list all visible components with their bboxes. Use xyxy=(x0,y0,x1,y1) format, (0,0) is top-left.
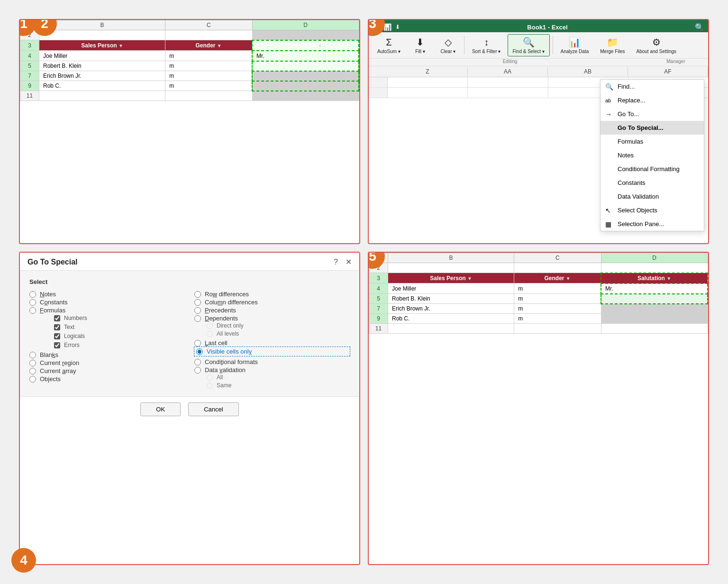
close-icon[interactable]: ✕ xyxy=(346,257,352,266)
selection-pane-label: Selection Pane... xyxy=(618,220,664,228)
cond-formatting-menu-item[interactable]: Conditional Formatting xyxy=(601,162,704,176)
table-row: 7 Erich Brown Jr.m xyxy=(369,304,708,314)
find-menu-label: Find... xyxy=(618,83,635,90)
col-ab[interactable]: AB xyxy=(548,67,628,76)
replace-icon: ab xyxy=(605,98,611,103)
help-icon[interactable]: ? xyxy=(334,258,338,266)
last-cell-option[interactable]: Last cell xyxy=(194,339,350,347)
constants-option[interactable]: Constants xyxy=(29,298,185,306)
ok-button[interactable]: OK xyxy=(140,402,181,416)
spreadsheet-5: B C D 2 3 Sales Person ▼ Gender ▼ Saluta… xyxy=(369,253,708,334)
formulas-option[interactable]: Formulas xyxy=(29,306,185,314)
table-row: 2 xyxy=(369,263,708,273)
blanks-option[interactable]: Blanks xyxy=(29,351,185,359)
dialog-footer: OK Cancel xyxy=(20,396,359,422)
table-row: 5 Robert B. Kleinm xyxy=(369,294,708,304)
col-c-5[interactable]: C xyxy=(514,253,601,263)
notes-label: Notes xyxy=(618,152,634,159)
analyze-label: Analyze Data xyxy=(561,49,589,54)
col-d[interactable]: D xyxy=(252,20,359,30)
errors-checkbox[interactable]: Errors xyxy=(42,341,185,349)
current-region-option[interactable]: Current region xyxy=(29,359,185,367)
constants-menu-item[interactable]: Constants xyxy=(601,176,704,190)
same-option[interactable]: Same xyxy=(207,382,350,389)
logicals-checkbox[interactable]: Logicals xyxy=(42,332,185,340)
autosum-icon: Σ xyxy=(386,37,391,48)
constants-label: Constants xyxy=(40,299,68,306)
goto-menu-item[interactable]: → Go To... xyxy=(601,107,704,121)
find-select-button[interactable]: 🔍 Find & Select ▾ xyxy=(508,34,550,56)
panel-3: 3 ✱ 📊 ⬇ Book1 - Excel 🔍 Σ AutoSum ▾ ⬇ Fi… xyxy=(368,19,709,244)
direct-only-option[interactable]: Direct only xyxy=(207,322,350,329)
col-aa[interactable]: AA xyxy=(468,67,548,76)
ribbon-buttons: Σ AutoSum ▾ ⬇ Fill ▾ ◇ Clear ▾ ↕ Sort & … xyxy=(369,32,708,59)
all-levels-option[interactable]: All levels xyxy=(207,330,350,337)
text-checkbox[interactable]: Text xyxy=(42,323,185,331)
cond-formats-label: Conditional formats xyxy=(205,358,258,365)
current-array-option[interactable]: Current array xyxy=(29,367,185,375)
table-row: 9 Rob C.m xyxy=(369,314,708,324)
spreadsheet-1: B C D 2 3 Sales Person ▼ Gender ▼ Saluta… xyxy=(20,20,359,101)
manager-label: Manager xyxy=(647,59,704,64)
select-objects-icon: ↖ xyxy=(605,207,611,214)
sort-filter-button[interactable]: ↕ Sort & Filter ▾ xyxy=(467,34,506,56)
col-headers: Z AA AB AF xyxy=(369,66,708,77)
formulas-menu-item[interactable]: Formulas xyxy=(601,135,704,148)
dependents-sub: Direct only All levels xyxy=(194,322,350,337)
clear-button[interactable]: ◇ Clear ▾ xyxy=(435,34,461,56)
notes-menu-item[interactable]: Notes xyxy=(601,148,704,162)
current-array-label: Current array xyxy=(40,367,76,374)
data-validation-label: Data Validation xyxy=(618,193,659,200)
merge-button[interactable]: 📁 Merge Files xyxy=(595,34,629,56)
last-cell-label: Last cell xyxy=(205,339,228,347)
selection-pane-menu-item[interactable]: ▦ Selection Pane... xyxy=(601,217,704,231)
cancel-button[interactable]: Cancel xyxy=(188,402,238,416)
autosum-label: AutoSum ▾ xyxy=(377,49,400,54)
row-diff-option[interactable]: Row differences xyxy=(194,290,350,298)
analyze-icon: 📊 xyxy=(569,36,581,48)
sort-icon: ↕ xyxy=(484,37,489,48)
goto-special-menu-item[interactable]: Go To Special... xyxy=(601,121,704,135)
col-z[interactable]: Z xyxy=(388,67,468,76)
options-grid: Notes Constants Formulas Numbers xyxy=(29,290,350,389)
find-menu-item[interactable]: 🔍 Find... xyxy=(601,80,704,93)
col-b-5[interactable]: B xyxy=(388,253,514,263)
table-row: 9 Rob C.m xyxy=(20,81,359,91)
visible-cells-option[interactable]: Visible cells only xyxy=(194,347,350,356)
precedents-option[interactable]: Precedents xyxy=(194,306,350,314)
cond-formats-option[interactable]: Conditional formats xyxy=(194,358,350,366)
data-validation-option[interactable]: Data validation xyxy=(194,366,350,374)
numbers-checkbox[interactable]: Numbers xyxy=(42,314,185,322)
col-diff-option[interactable]: Column differences xyxy=(194,298,350,306)
autosum-button[interactable]: Σ AutoSum ▾ xyxy=(373,34,405,56)
objects-option[interactable]: Objects xyxy=(29,375,185,383)
settings-icon: ⚙ xyxy=(652,36,661,48)
dialog-body: Select Notes Constants Formulas xyxy=(20,271,359,396)
formulas-sub: Numbers Text Logicals Errors xyxy=(29,314,185,349)
precedents-label: Precedents xyxy=(205,307,236,314)
fill-label: Fill ▾ xyxy=(415,49,425,54)
table-row: 4 Joe MillermMr. xyxy=(20,51,359,61)
table-row: 2 xyxy=(20,30,359,40)
analyze-button[interactable]: 📊 Analyze Data xyxy=(556,34,593,56)
settings-button[interactable]: ⚙ About and Settings xyxy=(632,34,682,56)
formulas-label: Formulas xyxy=(618,138,643,145)
search-icon[interactable]: 🔍 xyxy=(695,23,704,32)
col-b[interactable]: B xyxy=(39,20,165,30)
col-d-5[interactable]: D xyxy=(601,253,708,263)
replace-menu-item[interactable]: ab Replace... xyxy=(601,93,704,107)
errors-label: Errors xyxy=(64,342,80,348)
col-af[interactable]: AF xyxy=(628,67,708,76)
all-option[interactable]: All xyxy=(207,374,350,381)
select-objects-menu-item[interactable]: ↖ Select Objects xyxy=(601,203,704,217)
dependents-option[interactable]: Dependents xyxy=(194,314,350,322)
numbers-label: Numbers xyxy=(64,315,87,321)
col-c[interactable]: C xyxy=(165,20,252,30)
goto-label: Go To... xyxy=(618,110,639,118)
data-validation-menu-item[interactable]: Data Validation xyxy=(601,190,704,203)
notes-option[interactable]: Notes xyxy=(29,290,185,298)
fill-button[interactable]: ⬇ Fill ▾ xyxy=(407,34,433,56)
selection-pane-icon: ▦ xyxy=(605,220,611,228)
panel-5: 5 B C D 2 3 Sales Person ▼ Gender ▼ Salu… xyxy=(368,252,709,565)
left-options: Notes Constants Formulas Numbers xyxy=(29,290,185,389)
